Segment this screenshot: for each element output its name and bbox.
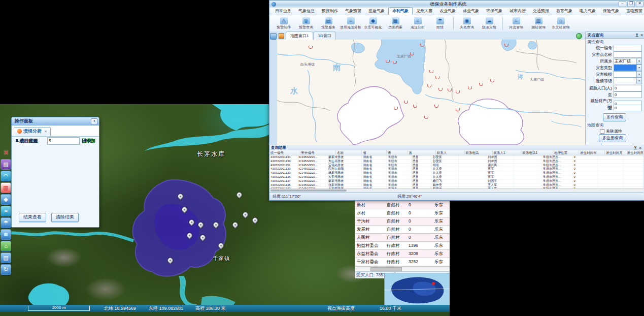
table-row[interactable]: 430722001134IC34502Z20... 廖家冲滑坡湖南省 常德市澧县… [269, 155, 643, 160]
disaster-type-select[interactable]: ▼ [614, 65, 642, 71]
menu-tab[interactable]: 气象信息 [295, 8, 318, 15]
menu-tab[interactable]: 电力气象 [576, 8, 599, 15]
menu-tab[interactable]: 日常业务 [272, 8, 295, 15]
uid-input[interactable] [614, 45, 642, 51]
table-row[interactable]: 430722001135IC34502Z20... 大天湾滑坡湖南省 常德市澧县… [269, 175, 643, 179]
close-icon[interactable]: ✕ [638, 146, 642, 150]
map-tool-button[interactable]: ▨ [1, 159, 11, 170]
menu-tab[interactable]: 雷电预警 [623, 8, 644, 15]
close-button[interactable]: ✕ [636, 1, 643, 7]
column-header[interactable]: 名称 [336, 150, 362, 155]
close-toolbar-button[interactable]: ✕ [1, 149, 12, 158]
township-select[interactable]: 王家厂镇▼ [614, 58, 642, 65]
menu-tab[interactable]: 预报制作 [318, 8, 342, 15]
toolbar-button[interactable]: ☁ 防汛灾情 [478, 17, 500, 30]
window-titlebar[interactable]: 德保业务制作系统 – ❐ ✕ [269, 1, 644, 8]
overview-inset-map[interactable] [384, 273, 450, 305]
column-header[interactable]: 联系人1 [493, 150, 522, 155]
toolbar-button[interactable]: ▤ 预警服务 [317, 17, 340, 30]
map-tool-button[interactable]: ☂ [1, 217, 11, 228]
map-tool-button[interactable]: ⌂ [1, 241, 11, 251]
menu-tab[interactable]: 龙舟大赛 [413, 8, 436, 15]
disaster-name-input[interactable] [614, 51, 642, 58]
column-header[interactable]: 市 [387, 150, 408, 155]
toolbar-button[interactable]: ≈ 河流管理 [502, 17, 527, 30]
village-row[interactable]: 新村 自然村 0 乐东 [355, 201, 450, 209]
tab-dam-break-analysis[interactable]: 溃坝分析 ✕ [14, 127, 51, 136]
village-row[interactable]: 永益村委会 行政村 3209 乐东 [355, 250, 450, 258]
menu-tab[interactable]: 林业气象 [459, 8, 483, 15]
map-tool-button[interactable]: ◠ [1, 171, 11, 181]
toolbar-button[interactable]: ≈ 溃坝淹没分析 [340, 17, 362, 30]
toolbar-button[interactable]: ⚠ 预警制作 [273, 17, 295, 30]
column-header[interactable]: 发生时间日 [626, 150, 643, 155]
toolbar-button[interactable]: ◆ 水库可视化 [362, 17, 384, 30]
map-tool-button[interactable]: ▤ [1, 252, 11, 263]
map-tool-button[interactable]: ≋ [1, 229, 11, 240]
dialog-action-button[interactable]: 清除结果 [51, 213, 79, 222]
map-tool-button[interactable]: ↻ [1, 264, 11, 275]
column-header[interactable]: 野外编号 [300, 150, 336, 155]
column-header[interactable]: 联系人 [436, 150, 465, 155]
column-header[interactable]: 地理位置 [553, 150, 579, 155]
toolbar-button[interactable]: ◉ 灾点查询 [453, 17, 478, 30]
column-header[interactable]: 县 [408, 150, 436, 155]
toolbar-button[interactable]: ≈ 淹没分析 [406, 17, 429, 30]
disaster-scale-select[interactable]: ▼ [614, 71, 642, 78]
menu-tab[interactable]: 城市内涝 [506, 8, 529, 15]
gis-map-view[interactable]: 白头滩镇南水王家厂镇涔大堰垱镇 [277, 40, 586, 145]
threat-pop-input[interactable]: 0 [614, 85, 642, 91]
globe-button-icon[interactable] [576, 33, 582, 39]
map-tool-button[interactable]: ◆ [1, 194, 11, 205]
column-header[interactable]: 省 [362, 150, 387, 155]
menu-tab[interactable]: 应急气象 [365, 8, 388, 15]
menu-tab[interactable]: 水利气象 [388, 7, 413, 15]
minimize-button[interactable]: – [619, 1, 626, 7]
map-view-tab[interactable]: 3D窗口 [313, 31, 335, 40]
toolbar-button[interactable]: ☂ 雨情 [429, 17, 451, 30]
pin-icon[interactable]: ⊻ [634, 146, 637, 150]
column-header[interactable]: 发生时间年 [579, 150, 605, 155]
menu-tab[interactable]: 教育气象 [553, 8, 576, 15]
column-header[interactable]: 联系电话1 [521, 150, 553, 155]
threat-pop-to-input[interactable]: 0 [614, 91, 642, 98]
village-hscrollbar[interactable] [355, 266, 450, 271]
dialog-action-button[interactable]: 结果查看 [19, 213, 46, 222]
dialog-minimize-button[interactable]: ▪ [91, 118, 97, 125]
assoc-attr-checkbox[interactable] [600, 129, 604, 134]
polygon-query-button[interactable]: 多边形查询 [599, 134, 626, 142]
village-row[interactable]: 水村 自然村 0 乐东 [355, 209, 450, 217]
toolbar-button[interactable]: ▥ 测站管理 [527, 17, 550, 30]
table-row[interactable]: 430722001130IC34502Z20... 四方山崩塌湖南省 常德市澧县… [269, 167, 643, 171]
pin-icon[interactable]: ⊻ [635, 33, 639, 38]
menu-tab[interactable]: 保险气象 [599, 8, 623, 15]
table-row[interactable]: 430722001139IC34502Z20... 大山庙滑坡湖南省 常德市澧县… [269, 160, 643, 164]
map-tool-button[interactable]: ▥ [1, 182, 11, 193]
column-header[interactable]: 联系电话 [465, 150, 493, 155]
village-row[interactable]: 千家村委会 行政村 3252 乐东 [355, 258, 450, 266]
column-header[interactable]: 统一编号 [269, 150, 300, 155]
table-row[interactable]: 430722001137IC34502Z20... 廖家湾滑坡湖南省 常德市澧县… [269, 179, 643, 183]
toolbar-button[interactable]: ⌂ 水文站管理 [550, 17, 572, 30]
field-control[interactable]: 5 [47, 137, 80, 145]
column-header[interactable]: 发生时间月 [605, 150, 626, 155]
village-row[interactable]: 干沟村 自然村 0 乐东 [355, 217, 450, 226]
danger-level-select[interactable]: ▼ [614, 78, 642, 84]
menu-tab[interactable]: 环保气象 [483, 8, 506, 15]
village-row[interactable]: 抱益村委会 行政村 1396 乐东 [355, 242, 450, 250]
restore-button[interactable]: ❐ [627, 1, 635, 7]
toolbar-button[interactable]: ▦ 历史档案 [384, 17, 406, 30]
table-row[interactable]: 430722001145IC34502Z20... 张家祠滑坡湖南省 常德市澧县… [269, 183, 643, 187]
menu-tab[interactable]: 农业气象 [436, 8, 459, 15]
toolbar-button[interactable]: ◎ 预警查询 [295, 17, 317, 30]
village-row[interactable]: 发展村 自然村 0 乐东 [355, 226, 450, 234]
map-view-tab[interactable]: 地图窗口1 [286, 31, 313, 40]
condition-query-button[interactable]: 条件查询 [603, 113, 626, 121]
table-row[interactable]: 430722001133IC34502Z20... 杨家湾滑坡湖南省 常德市澧县… [269, 171, 643, 175]
tab-close-icon[interactable]: ✕ [44, 130, 47, 134]
menu-tab[interactable]: 气象预警 [342, 8, 365, 15]
map-tool-button[interactable]: ≈ [1, 206, 11, 216]
close-icon[interactable]: ✕ [640, 33, 643, 38]
table-row[interactable]: 430722001151IC34502Z20... 宝塔岗滑坡湖南省 常德市澧县… [269, 164, 643, 168]
village-row[interactable]: 人民村 自然村 0 乐东 [355, 234, 450, 242]
